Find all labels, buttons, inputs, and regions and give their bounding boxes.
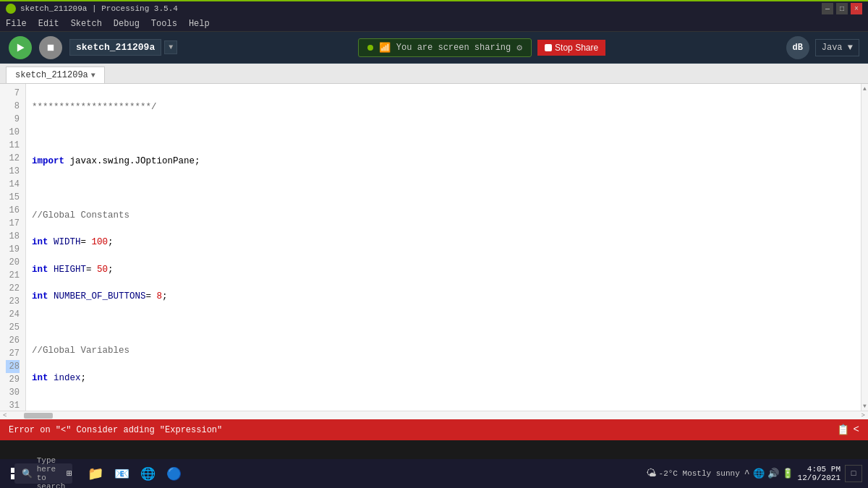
tab-label: sketch_211209a: [15, 70, 88, 80]
java-mode-dropdown[interactable]: Java ▼: [815, 39, 859, 56]
code-container: 78910 1112131415 1617181920 2122232425 2…: [0, 84, 868, 411]
error-text: Error on "<" Consider adding "Expression…: [9, 425, 222, 435]
search-icon: 🔍: [22, 468, 33, 479]
h-scroll-right[interactable]: >: [859, 412, 868, 419]
run-button[interactable]: [9, 36, 32, 59]
notification-button[interactable]: □: [845, 465, 862, 482]
tray-volume[interactable]: 🔊: [767, 468, 779, 479]
error-bar: Error on "<" Consider adding "Expression…: [0, 419, 868, 440]
weather-text: -2°C Mostly sunny: [659, 469, 740, 478]
title-bar-left: sketch_211209a | Processing 3.5.4: [6, 4, 178, 14]
editor-wrapper: sketch_211209a ▼ 78910 1112131415 161718…: [0, 64, 868, 419]
menu-bar: File Edit Sketch Debug Tools Help: [0, 16, 868, 32]
tab-bar: sketch_211209a ▼: [0, 64, 868, 84]
weather-icon: 🌤: [646, 468, 656, 479]
menu-help[interactable]: Help: [189, 19, 210, 29]
share-wifi-icon: 📶: [379, 42, 391, 53]
line-numbers: 78910 1112131415 1617181920 2122232425 2…: [0, 84, 26, 411]
svg-marker-0: [17, 43, 25, 51]
avatar[interactable]: dB: [786, 36, 809, 59]
system-clock[interactable]: 4:05 PM 12/9/2021: [798, 465, 841, 482]
browser-button[interactable]: 🌐: [137, 463, 158, 484]
vertical-scrollbar[interactable]: ▲ ▼: [861, 84, 868, 411]
sketch-dropdown-arrow[interactable]: ▼: [164, 40, 177, 54]
horizontal-scrollbar[interactable]: < >: [0, 411, 868, 419]
share-settings-icon[interactable]: ⚙: [516, 42, 522, 53]
clock-time: 4:05 PM: [798, 465, 841, 474]
stop-share-label: Stop Share: [555, 43, 598, 53]
tab-dropdown-arrow[interactable]: ▼: [91, 72, 95, 80]
stop-icon: [545, 44, 552, 51]
stop-button[interactable]: [39, 36, 62, 59]
explorer-button[interactable]: 📁: [85, 463, 106, 484]
editor-tab[interactable]: sketch_211209a ▼: [6, 67, 105, 83]
error-copy-icon[interactable]: 📋: [837, 424, 849, 436]
sketch-dropdown: sketch_211209a ▼: [69, 39, 177, 56]
sketch-name: sketch_211209a: [69, 39, 161, 56]
svg-rect-1: [48, 44, 54, 50]
scroll-down-arrow[interactable]: ▼: [863, 401, 867, 411]
toolbar-right: dB Java ▼: [786, 36, 859, 59]
mail-button[interactable]: 📧: [111, 463, 132, 484]
taskview-button[interactable]: ⊞: [59, 463, 80, 484]
taskbar: 🔍 Type here to search ⊞ 📁 📧 🌐 🔵 🌤 -2°C M…: [0, 459, 868, 488]
notification-icon: □: [851, 469, 856, 478]
menu-edit[interactable]: Edit: [38, 19, 59, 29]
minimize-button[interactable]: —: [822, 3, 833, 14]
title-bar: sketch_211209a | Processing 3.5.4 — □ ×: [0, 0, 868, 16]
tray-network[interactable]: 🌐: [753, 468, 765, 479]
system-tray: ^ 🌐 🔊 🔋: [744, 468, 793, 479]
window-controls[interactable]: — □ ×: [822, 3, 862, 14]
tray-battery[interactable]: 🔋: [782, 468, 793, 479]
toolbar: sketch_211209a ▼ 📶 You are screen sharin…: [0, 32, 868, 64]
taskbar-left: 🔍 Type here to search ⊞ 📁 📧 🌐 🔵: [6, 463, 184, 484]
scroll-up-arrow[interactable]: ▲: [863, 84, 867, 93]
clock-date: 12/9/2021: [798, 474, 841, 482]
error-icons: 📋 <: [837, 424, 859, 436]
chrome-button[interactable]: 🔵: [163, 463, 184, 484]
tray-chevron[interactable]: ^: [744, 468, 750, 479]
menu-tools[interactable]: Tools: [151, 19, 177, 29]
window-title: sketch_211209a | Processing 3.5.4: [20, 4, 178, 13]
code-editor[interactable]: **********************/ import javax.swi…: [26, 84, 861, 411]
menu-file[interactable]: File: [6, 19, 27, 29]
java-label: Java ▼: [822, 43, 853, 53]
stop-share-button[interactable]: Stop Share: [537, 40, 605, 56]
close-button[interactable]: ×: [851, 3, 862, 14]
toolbar-left: sketch_211209a ▼: [9, 36, 177, 59]
taskbar-right: 🌤 -2°C Mostly sunny ^ 🌐 🔊 🔋 4:05 PM 12/9…: [646, 465, 862, 482]
search-taskbar[interactable]: 🔍 Type here to search: [33, 463, 54, 484]
app-icon: [6, 4, 16, 14]
error-close-icon[interactable]: <: [854, 424, 859, 436]
menu-debug[interactable]: Debug: [114, 19, 140, 29]
share-indicator: [367, 45, 373, 51]
share-text: You are screen sharing: [396, 43, 511, 53]
toolbar-center: 📶 You are screen sharing ⚙ Stop Share: [358, 38, 605, 57]
h-scroll-thumb[interactable]: [24, 413, 53, 419]
maximize-button[interactable]: □: [836, 3, 848, 14]
weather-widget[interactable]: 🌤 -2°C Mostly sunny: [646, 468, 740, 479]
menu-sketch[interactable]: Sketch: [71, 19, 102, 29]
screen-share-banner: 📶 You are screen sharing ⚙: [358, 38, 532, 57]
h-scroll-left[interactable]: <: [0, 412, 9, 419]
